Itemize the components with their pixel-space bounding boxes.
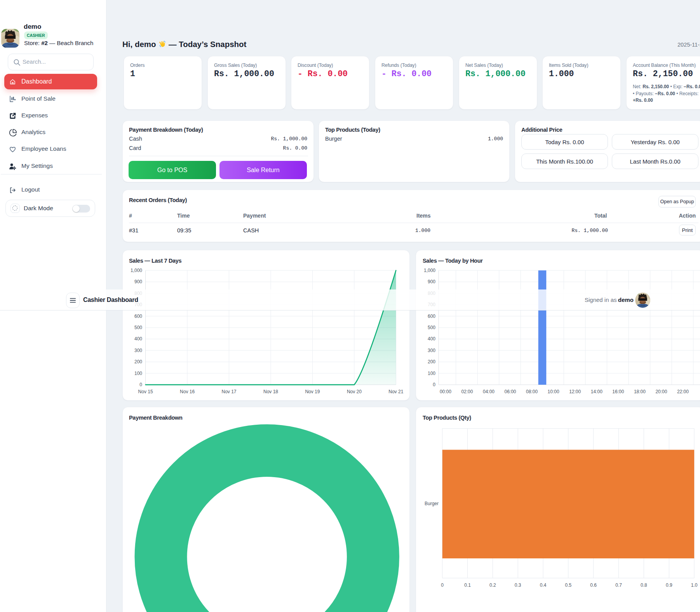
svg-text:02:00: 02:00 bbox=[461, 389, 473, 394]
svg-text:900: 900 bbox=[134, 279, 142, 284]
svg-text:0.5: 0.5 bbox=[565, 582, 572, 588]
svg-text:900: 900 bbox=[428, 279, 435, 284]
svg-text:0.3: 0.3 bbox=[515, 582, 521, 588]
svg-text:0.1: 0.1 bbox=[464, 582, 471, 588]
svg-text:22:00: 22:00 bbox=[677, 389, 689, 394]
svg-text:0.7: 0.7 bbox=[615, 582, 622, 588]
svg-text:1,000: 1,000 bbox=[131, 268, 142, 273]
svg-text:10:00: 10:00 bbox=[548, 389, 559, 394]
svg-text:06:00: 06:00 bbox=[504, 389, 516, 394]
svg-text:08:00: 08:00 bbox=[526, 389, 538, 394]
svg-text:1,000: 1,000 bbox=[424, 268, 435, 273]
svg-text:04:00: 04:00 bbox=[483, 389, 495, 394]
svg-text:Burger: Burger bbox=[425, 501, 439, 506]
svg-text:600: 600 bbox=[134, 314, 142, 319]
svg-text:12:00: 12:00 bbox=[569, 389, 581, 394]
svg-text:20:00: 20:00 bbox=[655, 389, 667, 394]
svg-text:0.9: 0.9 bbox=[666, 582, 672, 588]
svg-text:1.0: 1.0 bbox=[691, 582, 698, 588]
svg-text:18:00: 18:00 bbox=[634, 389, 646, 394]
svg-text:200: 200 bbox=[134, 359, 142, 364]
svg-text:400: 400 bbox=[134, 336, 142, 342]
svg-text:Nov 15: Nov 15 bbox=[138, 389, 153, 394]
svg-text:Nov 19: Nov 19 bbox=[305, 389, 320, 394]
svg-text:Nov 21: Nov 21 bbox=[388, 389, 403, 394]
svg-text:0: 0 bbox=[441, 582, 444, 588]
svg-text:200: 200 bbox=[428, 359, 435, 364]
svg-text:100: 100 bbox=[428, 371, 435, 376]
svg-text:400: 400 bbox=[428, 336, 435, 342]
svg-text:100: 100 bbox=[134, 371, 142, 376]
svg-text:500: 500 bbox=[428, 325, 435, 330]
svg-text:Nov 18: Nov 18 bbox=[263, 389, 278, 394]
svg-text:Nov 16: Nov 16 bbox=[180, 389, 195, 394]
svg-text:00:00: 00:00 bbox=[440, 389, 451, 394]
svg-text:300: 300 bbox=[134, 348, 142, 353]
svg-text:500: 500 bbox=[134, 325, 142, 330]
svg-text:600: 600 bbox=[428, 314, 435, 319]
svg-text:0.2: 0.2 bbox=[489, 582, 496, 588]
svg-text:0: 0 bbox=[139, 382, 142, 387]
svg-text:Nov 20: Nov 20 bbox=[347, 389, 362, 394]
svg-text:0.6: 0.6 bbox=[590, 582, 597, 588]
svg-text:14:00: 14:00 bbox=[591, 389, 602, 394]
svg-text:0.8: 0.8 bbox=[641, 582, 647, 588]
svg-text:Nov 17: Nov 17 bbox=[221, 389, 236, 394]
svg-text:0: 0 bbox=[433, 382, 435, 387]
svg-text:0.4: 0.4 bbox=[540, 582, 547, 588]
svg-text:16:00: 16:00 bbox=[612, 389, 624, 394]
svg-text:300: 300 bbox=[428, 348, 435, 353]
